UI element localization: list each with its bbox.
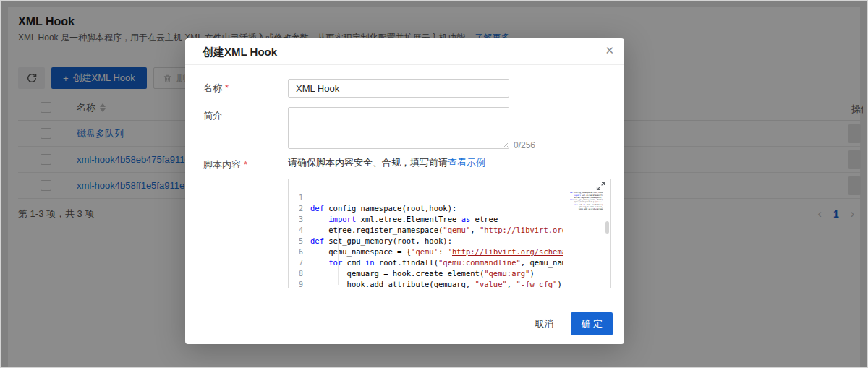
cancel-button[interactable]: 取消 bbox=[529, 313, 559, 335]
name-input[interactable] bbox=[288, 79, 509, 98]
line-number: 3 bbox=[289, 214, 310, 225]
script-code-editor[interactable]: 12def config_namespace(root,hook):3 impo… bbox=[288, 179, 611, 288]
code-line: 8 qemuarg = hook.create_element("qemu:ar… bbox=[289, 268, 610, 279]
create-xml-hook-modal: 创建XML Hook ✕ 名称* 简介 0/256 脚本内容* 请确保脚本内容安… bbox=[185, 38, 624, 344]
view-example-link[interactable]: 查看示例 bbox=[448, 157, 485, 168]
modal-footer: 取消 确 定 bbox=[529, 312, 613, 335]
code-line: 2def config_namespace(root,hook): bbox=[289, 203, 610, 214]
line-number: 9 bbox=[289, 279, 310, 288]
intro-textarea-wrap bbox=[288, 107, 509, 149]
line-number: 4 bbox=[289, 225, 310, 236]
indent-guide bbox=[338, 227, 339, 285]
line-number: 5 bbox=[289, 236, 310, 247]
editor-minimap[interactable]: def config_namespace(root,hook): import … bbox=[570, 189, 603, 211]
line-number: 6 bbox=[289, 247, 310, 257]
line-number: 1 bbox=[289, 192, 310, 203]
name-field-label: 名称* bbox=[203, 82, 229, 95]
line-number: 8 bbox=[289, 268, 310, 279]
required-mark: * bbox=[244, 159, 247, 170]
code-line: 6 qemu_namespace = {'qemu': 'http://libv… bbox=[289, 247, 610, 257]
intro-char-counter: 0/256 bbox=[514, 140, 535, 150]
editor-scrollbar-thumb[interactable] bbox=[605, 221, 609, 234]
code-line: 9 hook.add_attribute(qemuarg, "value", "… bbox=[289, 279, 610, 288]
intro-field-label: 简介 bbox=[203, 109, 222, 122]
code-line: 4 etree.register_namespace("qemu", "http… bbox=[289, 225, 610, 236]
line-number: 7 bbox=[289, 257, 310, 268]
code-line: 1 bbox=[289, 192, 610, 203]
code-line: hook.add_attribute(qemuarg, "value", "-f… bbox=[570, 208, 603, 210]
code-area[interactable]: 12def config_namespace(root,hook):3 impo… bbox=[289, 192, 610, 288]
script-hint: 请确保脚本内容安全、合规，填写前请查看示例 bbox=[288, 156, 485, 169]
line-number: 2 bbox=[289, 203, 310, 214]
required-mark: * bbox=[225, 82, 229, 93]
code-line: 3 import xml.etree.ElementTree as etree bbox=[289, 214, 610, 225]
modal-title: 创建XML Hook bbox=[203, 46, 277, 59]
modal-header: 创建XML Hook ✕ bbox=[185, 38, 624, 65]
close-icon[interactable]: ✕ bbox=[605, 44, 614, 57]
intro-textarea[interactable] bbox=[288, 107, 509, 149]
code-line: 5def set_gpu_memory(root, hook): bbox=[289, 236, 610, 247]
script-field-label: 脚本内容* bbox=[203, 158, 247, 171]
expand-icon[interactable] bbox=[596, 181, 605, 191]
app-screen: XML Hook XML Hook 是一种脚本程序，用于在云主机 XML 文件中… bbox=[0, 0, 868, 368]
code-lines: 12def config_namespace(root,hook):3 impo… bbox=[289, 192, 610, 288]
confirm-button[interactable]: 确 定 bbox=[571, 312, 613, 335]
code-line: 7 for cmd in root.findall("qemu:commandl… bbox=[289, 257, 610, 268]
